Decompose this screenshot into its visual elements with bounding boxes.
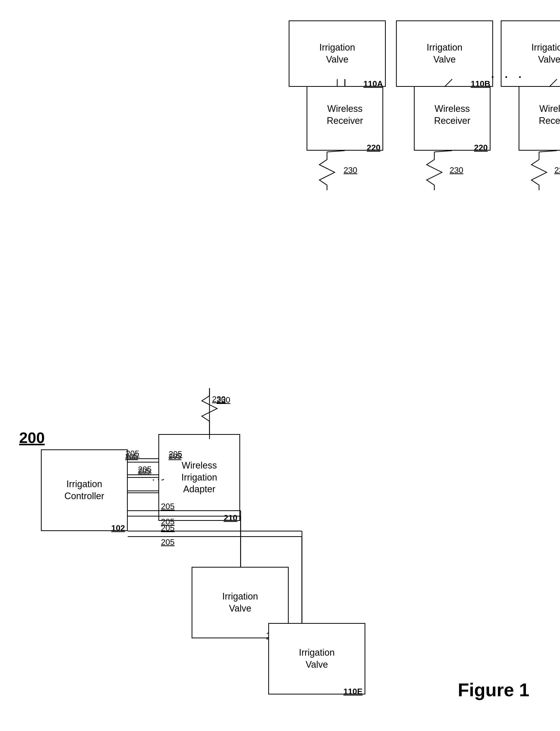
wireless-receiver-2-ref: 220 — [474, 143, 488, 152]
irrigation-valve-e-ref: 110E — [343, 687, 363, 696]
figure-label: Figure 1 — [458, 679, 529, 700]
wireless-receiver-1-label: WirelessReceiver — [327, 103, 363, 127]
wire-label-230-r1: 230 — [344, 166, 357, 175]
wire-205-to-valve-e-h — [128, 536, 301, 537]
label-205-valve-e-wire: 205 — [161, 523, 174, 533]
zigzag-230-r2 — [422, 152, 447, 190]
wire-label-205-w2: 205 — [138, 467, 151, 475]
wire-label-205-w3: 205 — [169, 452, 181, 460]
wire-label-205-w1: 205 — [125, 452, 138, 460]
wireless-receiver-3-box: WirelessReceiver 220 — [519, 79, 560, 151]
wireless-receiver-1-box: WirelessReceiver 220 — [307, 79, 383, 151]
system-number: 200 — [19, 429, 45, 446]
wireless-receiver-2-label: WirelessReceiver — [434, 103, 470, 127]
irrigation-valve-e-label: IrrigationValve — [299, 647, 335, 671]
label-205-valve-d-wire: 205 — [161, 502, 174, 511]
irrigation-valve-a-box: IrrigationValve 110A — [289, 20, 386, 87]
wire-205-valve-e-v — [301, 536, 302, 623]
irrigation-controller-label: IrrigationController — [64, 478, 104, 502]
wireless-irrigation-adapter-label: WirelessIrrigationAdapter — [181, 459, 217, 495]
irrigation-valve-a-ref: 110A — [364, 79, 383, 89]
wire-label-dots: · · — [157, 474, 165, 484]
wire-label-230-r2: 230 — [450, 166, 463, 175]
wire-label-230-r3: 230 — [554, 166, 560, 175]
wire-205-to-valve-d-h — [128, 516, 240, 516]
zigzag-230-r1 — [314, 152, 340, 190]
irrigation-controller-box: IrrigationController 102 — [41, 449, 128, 531]
wire-205-3 — [128, 490, 158, 491]
wireless-receiver-3-label: WirelessReceiver — [539, 103, 560, 127]
irrigation-valve-b-box: IrrigationValve 110B — [396, 20, 493, 87]
irrigation-valve-b-ref: 110B — [471, 79, 491, 89]
zigzag-230-r3 — [526, 152, 552, 190]
wire-label-205-e: 205 — [161, 537, 174, 547]
wireless-receiver-2-box: WirelessReceiver 220 — [414, 79, 491, 151]
wire-205-to-valve-d-v — [240, 516, 241, 567]
irrigation-valve-a-label: IrrigationValve — [319, 42, 355, 66]
irrigation-valve-c-label: IrrigationValve — [531, 42, 560, 66]
dots-between-columns: . . . — [491, 64, 524, 81]
irrigation-controller-ref: 102 — [111, 523, 125, 533]
irrigation-valve-e-box: IrrigationValve 110E — [268, 623, 365, 694]
wireless-irrigation-adapter-ref: 210 — [224, 513, 237, 523]
page: 200 IrrigationController 102 WirelessIrr… — [0, 0, 560, 731]
irrigation-valve-d-label: IrrigationValve — [222, 591, 258, 615]
irrigation-valve-b-label: IrrigationValve — [427, 42, 462, 66]
label-230-near-adapter: 230 — [217, 395, 230, 405]
wireless-receiver-1-ref: 220 — [367, 143, 380, 152]
